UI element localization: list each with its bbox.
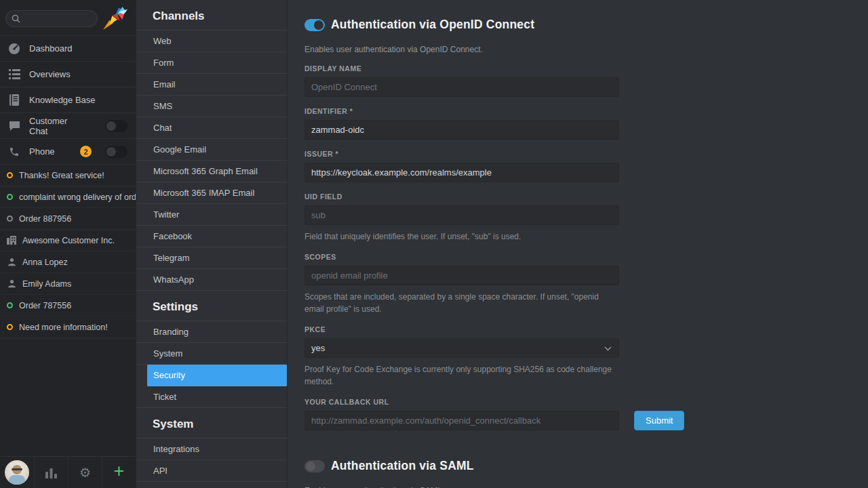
nav-item-telegram[interactable]: Telegram (136, 247, 287, 269)
sidebar-item-label: Dashboard (29, 43, 73, 54)
ticket-state-icon (7, 194, 13, 200)
saml-enable-toggle[interactable] (304, 460, 325, 472)
avatar (5, 460, 29, 485)
oidc-enable-toggle[interactable] (304, 19, 325, 31)
nav-item-ms365-imap-email[interactable]: Microsoft 365 IMAP Email (136, 182, 287, 204)
conversation-label: Order 787556 (19, 301, 71, 310)
uid-field-group: UID FIELD Field that uniquely identifies… (304, 192, 619, 243)
nav-item-web[interactable]: Web (136, 30, 287, 52)
settings-list: Branding System Security Ticket (136, 321, 287, 408)
user-icon (7, 279, 16, 289)
scopes-help: Scopes that are included, separated by a… (304, 291, 619, 315)
nav-item-api[interactable]: API (136, 460, 287, 482)
ticket-state-icon (7, 172, 13, 178)
issuer-input[interactable] (304, 163, 619, 182)
nav-item-whatsapp[interactable]: WhatsApp (136, 269, 287, 291)
sidebar-item-label: Customer Chat (29, 116, 87, 136)
phone-icon (8, 146, 20, 158)
organization-icon (7, 236, 16, 245)
search-icon (12, 14, 20, 23)
callback-url-label: YOUR CALLBACK URL (304, 398, 868, 406)
conversation-label: complaint wrong delivery of ord... (19, 192, 136, 202)
search-input[interactable] (24, 14, 92, 23)
scopes-field-group: SCOPES Scopes that are included, separat… (304, 253, 619, 315)
saml-header: Authentication via SAML (304, 459, 868, 473)
nav-item-chat[interactable]: Chat (136, 117, 287, 139)
identifier-input[interactable] (304, 120, 619, 140)
callback-url-input[interactable] (304, 411, 619, 430)
chat-icon (8, 120, 20, 132)
nav-item-integrations[interactable]: Integrations (136, 439, 287, 460)
conversation-label: Awesome Customer Inc. (22, 236, 115, 245)
nav-item-google-email[interactable]: Google Email (136, 139, 287, 161)
list-item[interactable]: complaint wrong delivery of ord... (0, 186, 136, 208)
list-item[interactable]: Anna Lopez (0, 251, 136, 273)
bar-chart-icon (45, 467, 58, 479)
nav-item-form[interactable]: Form (136, 52, 287, 74)
nav-item-ms365-graph-email[interactable]: Microsoft 365 Graph Email (136, 161, 287, 182)
pkce-label: PKCE (304, 325, 619, 333)
phone-badge: 2 (80, 146, 92, 157)
search-box[interactable] (5, 10, 98, 27)
nav-item-branding[interactable]: Branding (136, 321, 287, 343)
ticket-state-icon (7, 324, 13, 330)
nav-item-ticket[interactable]: Ticket (136, 386, 287, 408)
display-name-label: DISPLAY NAME (304, 64, 619, 73)
nav-item-security[interactable]: Security (147, 365, 287, 386)
admin-nav-sidebar: Channels Web Form Email SMS Chat Google … (136, 0, 288, 488)
sidebar-item-phone[interactable]: Phone 2 (0, 138, 136, 164)
list-item[interactable]: Need more information! (0, 317, 136, 338)
page-title: Authentication via OpenID Connect (331, 18, 534, 32)
ticket-state-icon (7, 216, 13, 222)
zammad-logo (100, 5, 132, 31)
nav-item-objects[interactable]: Objects (136, 482, 287, 488)
submit-button[interactable]: Submit (634, 411, 684, 430)
pkce-select[interactable]: yes (304, 338, 619, 358)
oidc-header: Authentication via OpenID Connect (304, 18, 868, 32)
nav-item-email[interactable]: Email (136, 74, 287, 96)
sidebar-item-customer-chat[interactable]: Customer Chat (0, 113, 136, 138)
list-item[interactable]: Awesome Customer Inc. (0, 230, 136, 251)
customer-chat-toggle[interactable] (105, 120, 127, 132)
scopes-input[interactable] (304, 266, 619, 285)
nav-item-sms[interactable]: SMS (136, 96, 287, 117)
conversation-label: Thanks! Great service! (19, 171, 104, 180)
nav-item-twitter[interactable]: Twitter (136, 204, 287, 226)
section-heading-system: System (136, 408, 287, 438)
nav-item-system[interactable]: System (136, 343, 287, 365)
sidebar-toolbar: ⚙ + (0, 456, 136, 488)
conversation-label: Order 887956 (19, 214, 71, 224)
sidebar-item-label: Overviews (29, 69, 71, 79)
system-list: Integrations API Objects (136, 438, 287, 488)
list-item[interactable]: Thanks! Great service! (0, 165, 136, 186)
pkce-field-group: PKCE yes Proof Key for Code Exchange is … (304, 325, 619, 388)
chevron-down-icon (604, 346, 612, 351)
main-content: Authentication via OpenID Connect Enable… (288, 0, 868, 488)
saml-section: Authentication via SAML Enables user aut… (304, 459, 868, 488)
callback-url-field-group: YOUR CALLBACK URL Submit (304, 398, 868, 430)
nav-item-facebook[interactable]: Facebook (136, 226, 287, 247)
display-name-input[interactable] (304, 77, 619, 97)
sidebar-item-dashboard[interactable]: Dashboard (0, 35, 136, 61)
app-sidebar: Dashboard Overviews Knowledge Base Custo… (0, 0, 136, 488)
search-row (0, 0, 136, 35)
oidc-description: Enables user authentication via OpenID C… (304, 45, 868, 54)
sidebar-item-knowledge-base[interactable]: Knowledge Base (0, 87, 136, 113)
phone-toggle[interactable] (105, 146, 127, 158)
sidebar-item-overviews[interactable]: Overviews (0, 61, 136, 87)
user-menu-button[interactable] (0, 457, 34, 488)
conversation-label: Anna Lopez (22, 258, 68, 267)
conversation-label: Need more information! (19, 323, 108, 332)
list-item[interactable]: Order 787556 (0, 295, 136, 317)
new-ticket-button[interactable]: + (102, 457, 136, 488)
section-heading-settings: Settings (136, 291, 287, 321)
gear-icon: ⚙ (79, 466, 91, 479)
list-item[interactable]: Emily Adams (0, 273, 136, 295)
stats-button[interactable] (34, 457, 68, 488)
saml-title: Authentication via SAML (331, 459, 474, 473)
list-item[interactable]: Order 887956 (0, 208, 136, 230)
uid-field-input[interactable] (304, 205, 619, 225)
admin-settings-button[interactable]: ⚙ (68, 457, 102, 488)
sidebar-spacer (0, 338, 136, 456)
uid-field-help: Field that uniquely identifies the user.… (304, 230, 619, 243)
